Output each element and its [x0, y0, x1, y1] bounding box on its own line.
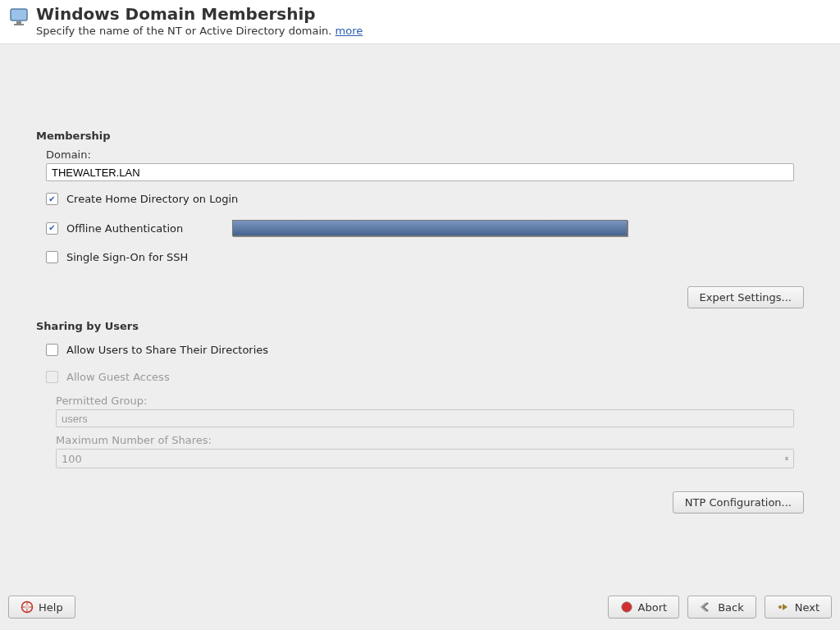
svg-point-4: [25, 605, 30, 609]
max-shares-value: 100: [62, 453, 82, 465]
sso-ssh-checkbox[interactable]: [46, 251, 58, 263]
next-icon: [777, 600, 790, 614]
svg-rect-0: [11, 9, 27, 21]
progress-bar: [232, 220, 628, 236]
page-title: Windows Domain Membership: [36, 5, 363, 23]
computer-icon: [8, 7, 31, 26]
more-link[interactable]: more: [336, 25, 363, 37]
svg-rect-1: [16, 21, 21, 24]
membership-section-title: Membership: [36, 130, 804, 142]
ntp-configuration-button[interactable]: NTP Configuration...: [673, 491, 804, 514]
subtitle-text: Specify the name of the NT or Active Dir…: [36, 25, 336, 37]
page-subtitle: Specify the name of the NT or Active Dir…: [36, 25, 363, 37]
allow-guest-checkbox: [46, 371, 58, 383]
domain-input[interactable]: [46, 163, 794, 181]
max-shares-label: Maximum Number of Shares:: [56, 434, 804, 446]
create-home-label: Create Home Directory on Login: [66, 193, 238, 205]
back-label: Back: [718, 601, 744, 614]
abort-icon: [620, 600, 633, 614]
allow-guest-label: Allow Guest Access: [66, 371, 170, 383]
allow-share-label: Allow Users to Share Their Directories: [66, 344, 268, 356]
permitted-group-input: [56, 409, 794, 427]
sharing-section-title: Sharing by Users: [36, 320, 804, 332]
main-content: Membership Domain: Create Home Directory…: [36, 130, 804, 573]
next-button[interactable]: Next: [765, 596, 832, 619]
help-icon: [21, 600, 34, 614]
back-icon: [700, 600, 713, 614]
back-button[interactable]: Back: [687, 596, 756, 619]
offline-auth-label: Offline Authentication: [66, 222, 183, 235]
max-shares-spinner: 100 ▴▾: [56, 449, 794, 468]
abort-button[interactable]: Abort: [608, 596, 680, 619]
allow-share-checkbox[interactable]: [46, 344, 58, 356]
domain-label: Domain:: [46, 148, 804, 161]
header-bar: Windows Domain Membership Specify the na…: [0, 0, 840, 44]
svg-rect-2: [14, 24, 24, 25]
create-home-checkbox[interactable]: [46, 193, 58, 205]
help-label: Help: [39, 601, 63, 614]
svg-point-11: [778, 605, 782, 609]
expert-settings-button[interactable]: Expert Settings...: [687, 286, 804, 308]
abort-label: Abort: [638, 601, 668, 614]
sso-ssh-label: Single Sign-On for SSH: [66, 251, 188, 263]
offline-auth-checkbox[interactable]: [46, 222, 58, 235]
permitted-group-label: Permitted Group:: [56, 395, 804, 407]
help-button[interactable]: Help: [8, 596, 75, 619]
footer-bar: Help Abort Back: [8, 596, 832, 619]
next-label: Next: [795, 601, 819, 614]
